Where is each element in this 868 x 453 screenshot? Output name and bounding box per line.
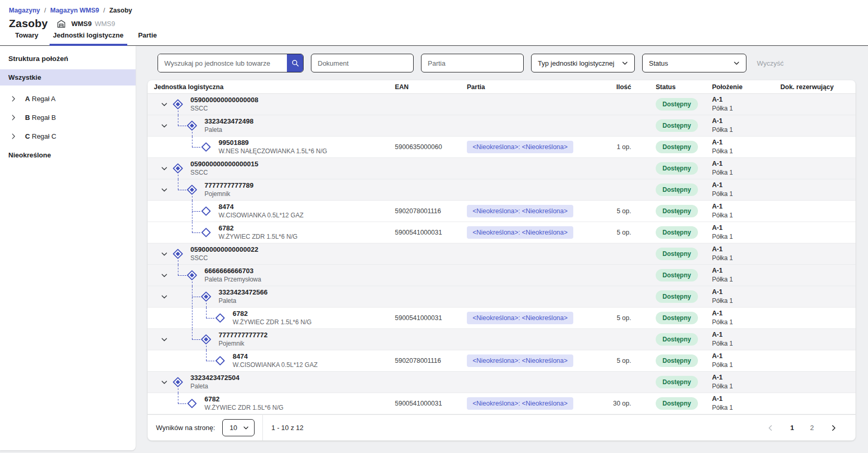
unit-type-or-product: Paleta Przemysłowa — [204, 276, 261, 284]
table-row: 6666666666703Paleta PrzemysłowaDostępnyA… — [148, 265, 855, 286]
location-rack: A-1 — [712, 288, 779, 297]
tree-connector-line — [206, 318, 214, 319]
unit-type-or-product: W.CISOWIANKA 0.5L*12 GAZ — [219, 212, 304, 219]
article-icon — [186, 398, 198, 409]
breadcrumb-link-magazyn-wms9[interactable]: Magazyn WMS9 — [50, 7, 99, 14]
status-badge: Dostępny — [656, 248, 698, 260]
location-shelf: Półka 1 — [712, 190, 779, 198]
status-select[interactable]: Status — [642, 54, 746, 72]
quantity-value: 5 op. — [556, 314, 633, 322]
sidebar-tree-item-c[interactable]: C Regał C — [0, 127, 136, 145]
collapse-chevron-icon[interactable] — [156, 243, 172, 264]
collapse-chevron-icon[interactable] — [156, 265, 172, 286]
tree-connector-line — [192, 211, 200, 212]
tab-jednostki-logistyczne[interactable]: Jednostki logistyczne — [50, 27, 127, 46]
unit-type-select[interactable]: Typ jednostki logistycznej — [531, 54, 635, 72]
collapse-chevron-icon[interactable] — [156, 115, 172, 136]
search-button[interactable] — [287, 54, 303, 72]
quantity-value: 5 op. — [556, 229, 633, 236]
unit-text: 3323423472498Paleta — [204, 117, 254, 134]
location-cell: A-1Półka 1 — [711, 160, 779, 177]
tree-connector-line — [206, 350, 207, 361]
unit-type-or-product: Pojemnik — [219, 340, 268, 348]
collapse-chevron-icon[interactable] — [156, 329, 172, 350]
article-icon — [214, 312, 226, 324]
collapse-chevron-icon[interactable] — [156, 158, 172, 179]
tree-connector-line — [192, 196, 192, 201]
unit-code: 3323423472566 — [219, 288, 268, 297]
table-row: 059000000000000008SSCCDostępnyA-1Półka 1 — [148, 94, 855, 115]
unit-type-or-product: W.CISOWIANKA 0.5L*12 GAZ — [233, 361, 318, 369]
unit-text: 7777777777772Pojemnik — [219, 331, 268, 348]
expand-chevron-icon[interactable] — [9, 132, 18, 140]
location-shelf: Półka 1 — [712, 361, 779, 369]
logistic-unit-cell: 6782W.ŻYWIEC ZDR 1.5L*6 N/G — [148, 222, 395, 243]
unit-type-or-product: Paleta — [190, 383, 239, 390]
status-badge: Dostępny — [656, 376, 698, 388]
results-range: 1 - 10 z 12 — [271, 424, 303, 432]
unit-text: 7777777777789Pojemnik — [204, 181, 254, 198]
tree-connector-line — [192, 132, 192, 137]
location-cell: A-1Półka 1 — [711, 202, 779, 219]
table-header-row: Jednostka logistycznaEANPartiaIlośćStatu… — [148, 80, 855, 94]
unit-code: 059000000000000015 — [190, 160, 258, 168]
sidebar-item-all[interactable]: Wszystkie — [0, 69, 136, 85]
page-numbers: 12 — [789, 424, 815, 432]
tab-towary[interactable]: Towary — [11, 27, 42, 46]
page-number-2[interactable]: 2 — [809, 424, 815, 432]
table-row: 3323423472566PaletaDostępnyA-1Półka 1 — [148, 286, 855, 308]
filter-bar: Typ jednostki logistycznej Status Wyczyś… — [148, 54, 855, 72]
status-cell: Dostępny — [633, 162, 711, 175]
status-badge: Dostępny — [656, 333, 698, 346]
location-shelf: Półka 1 — [712, 318, 779, 326]
table-row: 059000000000000022SSCCDostępnyA-1Półka 1 — [148, 243, 855, 265]
tab-bar: TowaryJednostki logistycznePartie — [11, 27, 161, 46]
expand-chevron-icon[interactable] — [9, 95, 18, 103]
tree-connector-line — [178, 115, 178, 126]
location-cell: A-1Półka 1 — [711, 352, 779, 369]
batch-input[interactable] — [421, 54, 524, 72]
collapse-chevron-icon[interactable] — [156, 286, 172, 307]
search-input[interactable] — [158, 54, 287, 72]
location-cell: A-1Półka 1 — [711, 309, 779, 326]
expand-chevron-icon[interactable] — [9, 114, 18, 121]
sidebar-item-undefined[interactable]: Nieokreślone — [0, 145, 136, 164]
location-rack: A-1 — [712, 181, 779, 190]
unit-type-or-product: W.NES NAŁĘCZOWIANKA 1.5L*6 N/G — [219, 148, 327, 155]
tab-partie[interactable]: Partie — [135, 27, 161, 46]
breadcrumb-link-magazyny[interactable]: Magazyny — [9, 7, 40, 14]
page-number-1[interactable]: 1 — [789, 424, 795, 432]
previous-page-icon[interactable] — [766, 423, 775, 433]
sidebar-tree-item-a[interactable]: A Regał A — [0, 89, 136, 108]
location-cell: A-1Półka 1 — [711, 138, 779, 155]
location-rack: A-1 — [712, 95, 779, 104]
table-row: 8474W.CISOWIANKA 0.5L*12 GAZ590207800111… — [148, 201, 855, 222]
collapse-chevron-icon[interactable] — [156, 179, 172, 200]
per-page-select[interactable]: 10 — [222, 419, 255, 436]
document-input[interactable] — [311, 54, 414, 72]
table-row: 7777777777789PojemnikDostępnyA-1Półka 1 — [148, 179, 855, 201]
location-shelf: Półka 1 — [712, 168, 779, 177]
quantity-value: 5 op. — [556, 357, 633, 364]
location-shelf: Półka 1 — [712, 147, 779, 155]
per-page-label: Wyników na stronę: — [156, 424, 215, 432]
next-page-icon[interactable] — [829, 423, 838, 433]
clear-filters-link[interactable]: Wyczyść — [757, 59, 783, 67]
search-group — [158, 54, 304, 72]
chevron-placeholder — [156, 201, 172, 222]
tree-connector-line — [178, 260, 178, 265]
unit-code: 8474 — [219, 203, 304, 211]
sidebar-tree-item-b[interactable]: B Regał B — [0, 108, 136, 127]
per-page-value: 10 — [230, 424, 237, 432]
collapse-chevron-icon[interactable] — [156, 372, 172, 393]
table-body: 059000000000000008SSCCDostępnyA-1Półka 1… — [148, 94, 855, 414]
status-cell: Dostępny — [633, 248, 711, 260]
column-header-1: EAN — [395, 83, 467, 91]
unit-text: 059000000000000015SSCC — [190, 160, 258, 177]
tree-connector-line — [178, 179, 178, 190]
tree-connector-line — [192, 339, 200, 340]
ean-value: 5900541000031 — [395, 400, 467, 407]
location-structure-sidebar: Struktura położeń Wszystkie A Regał AB R… — [0, 46, 136, 450]
collapse-chevron-icon[interactable] — [156, 94, 172, 115]
tree-connector-line — [178, 111, 178, 115]
